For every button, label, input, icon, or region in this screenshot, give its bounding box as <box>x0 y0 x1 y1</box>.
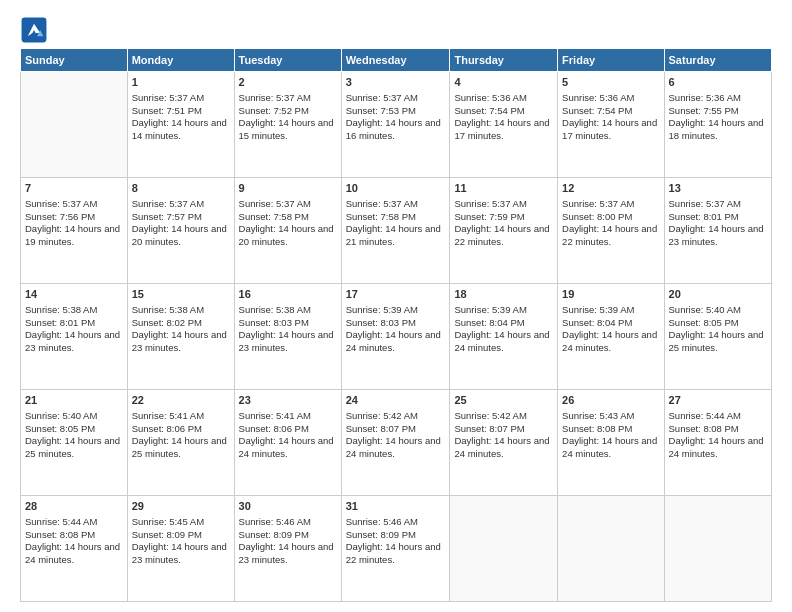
calendar-cell: 30Sunrise: 5:46 AMSunset: 8:09 PMDayligh… <box>234 496 341 602</box>
calendar-cell: 13Sunrise: 5:37 AMSunset: 8:01 PMDayligh… <box>664 178 771 284</box>
day-number: 2 <box>239 75 337 90</box>
day-number: 17 <box>346 287 446 302</box>
calendar-cell: 12Sunrise: 5:37 AMSunset: 8:00 PMDayligh… <box>558 178 664 284</box>
sunrise-text: Sunrise: 5:37 AM <box>562 198 659 211</box>
daylight-text: Daylight: 14 hours and 24 minutes. <box>454 435 553 461</box>
calendar-cell: 3Sunrise: 5:37 AMSunset: 7:53 PMDaylight… <box>341 72 450 178</box>
sunrise-text: Sunrise: 5:39 AM <box>346 304 446 317</box>
logo-icon <box>20 16 48 44</box>
sunset-text: Sunset: 8:06 PM <box>132 423 230 436</box>
calendar-cell <box>664 496 771 602</box>
daylight-text: Daylight: 14 hours and 20 minutes. <box>239 223 337 249</box>
sunrise-text: Sunrise: 5:42 AM <box>454 410 553 423</box>
sunset-text: Sunset: 8:08 PM <box>562 423 659 436</box>
daylight-text: Daylight: 14 hours and 20 minutes. <box>132 223 230 249</box>
calendar-week-2: 14Sunrise: 5:38 AMSunset: 8:01 PMDayligh… <box>21 284 772 390</box>
sunset-text: Sunset: 7:57 PM <box>132 211 230 224</box>
daylight-text: Daylight: 14 hours and 22 minutes. <box>562 223 659 249</box>
sunrise-text: Sunrise: 5:39 AM <box>454 304 553 317</box>
calendar-cell: 16Sunrise: 5:38 AMSunset: 8:03 PMDayligh… <box>234 284 341 390</box>
sunset-text: Sunset: 7:58 PM <box>346 211 446 224</box>
calendar-cell: 24Sunrise: 5:42 AMSunset: 8:07 PMDayligh… <box>341 390 450 496</box>
sunset-text: Sunset: 7:52 PM <box>239 105 337 118</box>
day-number: 16 <box>239 287 337 302</box>
daylight-text: Daylight: 14 hours and 23 minutes. <box>239 541 337 567</box>
sunrise-text: Sunrise: 5:37 AM <box>132 92 230 105</box>
day-number: 18 <box>454 287 553 302</box>
sunset-text: Sunset: 8:07 PM <box>454 423 553 436</box>
sunset-text: Sunset: 8:07 PM <box>346 423 446 436</box>
calendar-cell: 22Sunrise: 5:41 AMSunset: 8:06 PMDayligh… <box>127 390 234 496</box>
calendar-cell: 17Sunrise: 5:39 AMSunset: 8:03 PMDayligh… <box>341 284 450 390</box>
day-number: 31 <box>346 499 446 514</box>
daylight-text: Daylight: 14 hours and 22 minutes. <box>346 541 446 567</box>
day-number: 4 <box>454 75 553 90</box>
calendar-header-monday: Monday <box>127 49 234 72</box>
daylight-text: Daylight: 14 hours and 17 minutes. <box>454 117 553 143</box>
calendar-cell: 11Sunrise: 5:37 AMSunset: 7:59 PMDayligh… <box>450 178 558 284</box>
calendar-cell <box>21 72 128 178</box>
day-number: 23 <box>239 393 337 408</box>
calendar-header-wednesday: Wednesday <box>341 49 450 72</box>
daylight-text: Daylight: 14 hours and 24 minutes. <box>239 435 337 461</box>
calendar-cell: 7Sunrise: 5:37 AMSunset: 7:56 PMDaylight… <box>21 178 128 284</box>
sunrise-text: Sunrise: 5:37 AM <box>346 92 446 105</box>
calendar-cell: 21Sunrise: 5:40 AMSunset: 8:05 PMDayligh… <box>21 390 128 496</box>
sunrise-text: Sunrise: 5:38 AM <box>132 304 230 317</box>
sunrise-text: Sunrise: 5:46 AM <box>346 516 446 529</box>
day-number: 7 <box>25 181 123 196</box>
daylight-text: Daylight: 14 hours and 23 minutes. <box>132 329 230 355</box>
daylight-text: Daylight: 14 hours and 22 minutes. <box>454 223 553 249</box>
sunset-text: Sunset: 7:56 PM <box>25 211 123 224</box>
sunset-text: Sunset: 8:08 PM <box>669 423 767 436</box>
calendar-cell: 8Sunrise: 5:37 AMSunset: 7:57 PMDaylight… <box>127 178 234 284</box>
calendar-cell: 4Sunrise: 5:36 AMSunset: 7:54 PMDaylight… <box>450 72 558 178</box>
sunrise-text: Sunrise: 5:41 AM <box>132 410 230 423</box>
calendar-cell: 31Sunrise: 5:46 AMSunset: 8:09 PMDayligh… <box>341 496 450 602</box>
sunrise-text: Sunrise: 5:38 AM <box>239 304 337 317</box>
calendar-cell <box>450 496 558 602</box>
sunset-text: Sunset: 8:04 PM <box>454 317 553 330</box>
sunrise-text: Sunrise: 5:36 AM <box>562 92 659 105</box>
day-number: 13 <box>669 181 767 196</box>
day-number: 10 <box>346 181 446 196</box>
sunset-text: Sunset: 7:53 PM <box>346 105 446 118</box>
sunrise-text: Sunrise: 5:36 AM <box>454 92 553 105</box>
sunrise-text: Sunrise: 5:44 AM <box>25 516 123 529</box>
day-number: 9 <box>239 181 337 196</box>
daylight-text: Daylight: 14 hours and 15 minutes. <box>239 117 337 143</box>
daylight-text: Daylight: 14 hours and 25 minutes. <box>132 435 230 461</box>
calendar-cell: 26Sunrise: 5:43 AMSunset: 8:08 PMDayligh… <box>558 390 664 496</box>
sunset-text: Sunset: 8:05 PM <box>25 423 123 436</box>
sunrise-text: Sunrise: 5:36 AM <box>669 92 767 105</box>
day-number: 11 <box>454 181 553 196</box>
calendar-cell: 19Sunrise: 5:39 AMSunset: 8:04 PMDayligh… <box>558 284 664 390</box>
sunrise-text: Sunrise: 5:40 AM <box>669 304 767 317</box>
sunset-text: Sunset: 7:54 PM <box>562 105 659 118</box>
sunrise-text: Sunrise: 5:37 AM <box>25 198 123 211</box>
sunset-text: Sunset: 7:55 PM <box>669 105 767 118</box>
day-number: 6 <box>669 75 767 90</box>
logo <box>20 16 52 44</box>
sunrise-text: Sunrise: 5:43 AM <box>562 410 659 423</box>
sunset-text: Sunset: 8:04 PM <box>562 317 659 330</box>
daylight-text: Daylight: 14 hours and 21 minutes. <box>346 223 446 249</box>
sunset-text: Sunset: 8:05 PM <box>669 317 767 330</box>
daylight-text: Daylight: 14 hours and 16 minutes. <box>346 117 446 143</box>
sunrise-text: Sunrise: 5:37 AM <box>346 198 446 211</box>
calendar-week-1: 7Sunrise: 5:37 AMSunset: 7:56 PMDaylight… <box>21 178 772 284</box>
daylight-text: Daylight: 14 hours and 24 minutes. <box>562 435 659 461</box>
sunset-text: Sunset: 8:09 PM <box>239 529 337 542</box>
sunrise-text: Sunrise: 5:37 AM <box>669 198 767 211</box>
calendar-cell: 10Sunrise: 5:37 AMSunset: 7:58 PMDayligh… <box>341 178 450 284</box>
day-number: 21 <box>25 393 123 408</box>
sunrise-text: Sunrise: 5:41 AM <box>239 410 337 423</box>
daylight-text: Daylight: 14 hours and 24 minutes. <box>669 435 767 461</box>
daylight-text: Daylight: 14 hours and 23 minutes. <box>239 329 337 355</box>
sunset-text: Sunset: 8:09 PM <box>132 529 230 542</box>
calendar-cell: 9Sunrise: 5:37 AMSunset: 7:58 PMDaylight… <box>234 178 341 284</box>
day-number: 29 <box>132 499 230 514</box>
daylight-text: Daylight: 14 hours and 14 minutes. <box>132 117 230 143</box>
sunset-text: Sunset: 8:09 PM <box>346 529 446 542</box>
sunset-text: Sunset: 8:08 PM <box>25 529 123 542</box>
